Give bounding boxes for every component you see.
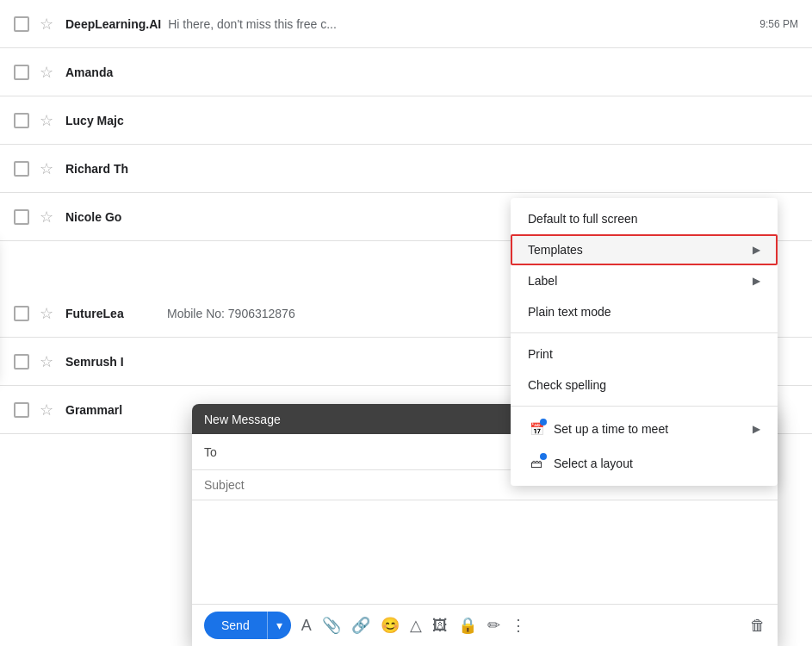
send-button-group: Send ▾ xyxy=(204,612,291,639)
email-checkbox[interactable] xyxy=(14,161,29,177)
email-row[interactable]: ☆ Lucy Majc xyxy=(0,96,812,145)
star-icon[interactable]: ☆ xyxy=(40,304,53,323)
sender-name: FutureLea xyxy=(65,307,160,320)
email-checkbox[interactable] xyxy=(14,354,29,370)
drive-button[interactable]: △ xyxy=(410,616,422,635)
email-checkbox[interactable] xyxy=(14,16,29,32)
sender-name: DeepLearning.AI xyxy=(65,17,161,31)
chevron-right-icon: ▶ xyxy=(753,275,760,287)
star-icon[interactable]: ☆ xyxy=(40,159,53,178)
sender-name: Semrush I xyxy=(65,355,160,369)
star-icon[interactable]: ☆ xyxy=(40,111,53,130)
calendar-icon: 📅 xyxy=(528,420,545,438)
email-checkbox[interactable] xyxy=(14,65,29,80)
context-menu-item-label[interactable]: Label ▶ xyxy=(511,265,778,296)
context-item-label: Default to full screen xyxy=(528,212,638,226)
to-label: To xyxy=(204,445,247,459)
context-menu-item-print[interactable]: Print xyxy=(511,339,778,370)
link-button[interactable]: 🔗 xyxy=(351,616,370,635)
context-item-label: Set up a time to meet xyxy=(554,422,668,436)
chevron-right-icon: ▶ xyxy=(753,244,760,256)
context-item-label: Plain text mode xyxy=(528,305,611,319)
context-menu-item-meet[interactable]: 📅 Set up a time to meet ▶ xyxy=(511,412,778,446)
sender-name: Nicole Go xyxy=(65,210,160,224)
sender-name: Grammarl xyxy=(65,403,160,417)
sender-name: Richard Th xyxy=(65,162,160,176)
context-item-label: Check spelling xyxy=(528,378,606,392)
layout-icon: 🗃 xyxy=(528,455,545,472)
compose-content-area[interactable] xyxy=(192,500,778,604)
format-text-button[interactable]: A xyxy=(301,617,312,635)
email-checkbox[interactable] xyxy=(14,209,29,225)
chevron-right-icon: ▶ xyxy=(753,423,760,435)
star-icon[interactable]: ☆ xyxy=(40,401,53,419)
delete-draft-button[interactable]: 🗑 xyxy=(750,617,766,635)
star-icon[interactable]: ☆ xyxy=(40,208,53,227)
email-row[interactable]: ☆ Amanda xyxy=(0,48,812,96)
emoji-button[interactable]: 😊 xyxy=(381,616,400,635)
context-menu-item-fullscreen[interactable]: Default to full screen xyxy=(511,203,778,234)
email-checkbox[interactable] xyxy=(14,306,29,321)
context-menu-divider xyxy=(511,332,778,333)
context-menu-item-spelling[interactable]: Check spelling xyxy=(511,370,778,401)
email-preview: Hi there, don't miss this free c... xyxy=(168,17,337,31)
send-button[interactable]: Send xyxy=(204,612,267,639)
send-dropdown-button[interactable]: ▾ xyxy=(267,612,291,639)
email-checkbox[interactable] xyxy=(14,113,29,128)
lock-button[interactable]: 🔒 xyxy=(458,616,477,635)
star-icon[interactable]: ☆ xyxy=(40,63,53,82)
email-row[interactable]: ☆ DeepLearning.AI Hi there, don't miss t… xyxy=(0,0,812,48)
email-row[interactable]: ☆ Richard Th xyxy=(0,145,812,193)
context-menu-item-layout[interactable]: 🗃 Select a layout xyxy=(511,446,778,481)
context-item-label: Label xyxy=(528,274,557,288)
more-options-button[interactable]: ⋮ xyxy=(511,616,526,635)
context-menu-item-templates[interactable]: Templates ▶ xyxy=(511,234,778,265)
sender-name: Lucy Majc xyxy=(65,114,160,127)
image-button[interactable]: 🖼 xyxy=(432,617,448,635)
email-preview: Mobile No: 7906312876 xyxy=(167,307,295,320)
email-checkbox[interactable] xyxy=(14,402,29,418)
context-menu-divider xyxy=(511,406,778,407)
sender-name: Amanda xyxy=(65,65,160,79)
star-icon[interactable]: ☆ xyxy=(40,15,53,34)
context-menu: Default to full screen Templates ▶ Label… xyxy=(511,198,778,486)
star-icon[interactable]: ☆ xyxy=(40,352,53,371)
compose-footer: Send ▾ A 📎 🔗 😊 △ 🖼 🔒 ✏ ⋮ 🗑 xyxy=(192,604,778,646)
context-item-label: Print xyxy=(528,347,553,361)
signature-button[interactable]: ✏ xyxy=(487,616,500,635)
context-item-label: Templates xyxy=(528,243,583,257)
attach-button[interactable]: 📎 xyxy=(322,616,341,635)
context-menu-item-plaintext[interactable]: Plain text mode xyxy=(511,296,778,327)
email-time: 9:56 PM xyxy=(759,18,798,30)
context-item-label: Select a layout xyxy=(554,457,633,470)
